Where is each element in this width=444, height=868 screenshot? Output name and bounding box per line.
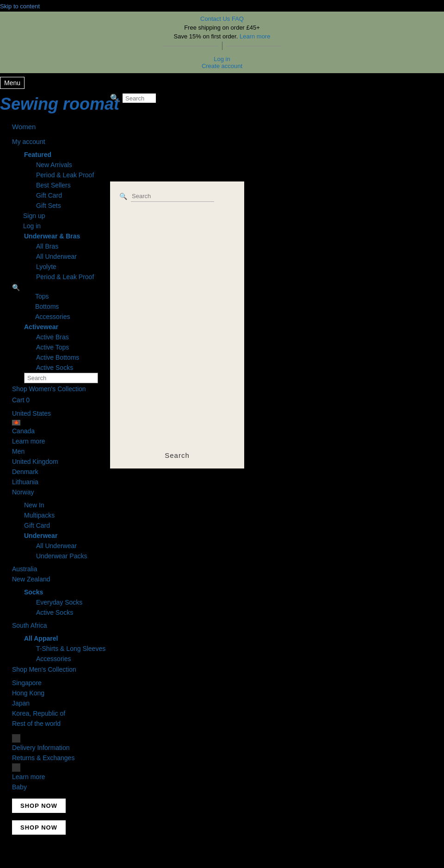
- socks-items: Everyday Socks Active Socks: [24, 597, 444, 618]
- men-accessories-link[interactable]: Accessories: [36, 654, 444, 664]
- norway-link[interactable]: Norway: [12, 487, 432, 497]
- apparel-section: All Apparel T-Shirts & Long Sleeves Acce…: [0, 633, 444, 664]
- search-row-icon[interactable]: 🔍: [0, 284, 20, 291]
- delivery-info-link[interactable]: Delivery Information: [12, 743, 432, 753]
- multipacks-link[interactable]: Multipacks: [24, 510, 444, 520]
- shop-men-collection-link[interactable]: Shop Men's Collection: [0, 664, 444, 675]
- search-field-nav[interactable]: [24, 373, 98, 383]
- my-account-section: My account: [0, 134, 444, 150]
- underwear-packs-link[interactable]: Underwear Packs: [36, 551, 444, 561]
- south-africa-link[interactable]: South Africa: [12, 620, 432, 631]
- my-account-link[interactable]: My account: [12, 137, 432, 147]
- singapore-link[interactable]: Singapore: [12, 678, 432, 688]
- women-nav-section: Women: [0, 119, 444, 134]
- auth-links-section: Log in Create account: [0, 56, 444, 73]
- men-subnav-section: New In Multipacks Gift Card Underwear Al…: [0, 500, 444, 561]
- learn-more-link2[interactable]: Learn more: [12, 772, 432, 782]
- au-nz-section: Australia New Zealand: [0, 561, 444, 587]
- returns-exchanges-link[interactable]: Returns & Exchanges: [12, 753, 432, 763]
- search-submit-button[interactable]: Search: [165, 451, 190, 459]
- search-overlay-icon: 🔍: [119, 193, 127, 200]
- menu-button[interactable]: Menu: [0, 77, 25, 89]
- apparel-items: T-Shirts & Long Sleeves Accessories: [24, 643, 444, 664]
- korea-link[interactable]: Korea, Republic of: [12, 708, 432, 718]
- returns-flag-icon: [12, 763, 20, 770]
- header-area: 🔍 Sewing roomat 🔍 Search: [0, 89, 444, 119]
- new-arrivals-link[interactable]: New Arrivals: [36, 160, 444, 170]
- women-link[interactable]: Women: [12, 121, 432, 132]
- new-in-link[interactable]: New In: [24, 500, 444, 510]
- socks-header[interactable]: Socks: [24, 587, 444, 597]
- lithuania-link[interactable]: Lithuania: [12, 477, 432, 487]
- baby-link[interactable]: Baby: [12, 782, 432, 792]
- new-zealand-link[interactable]: New Zealand: [12, 574, 432, 584]
- rest-of-world-link[interactable]: Rest of the world: [12, 718, 432, 729]
- auth-divider: [0, 40, 444, 51]
- search-box-inline[interactable]: [123, 94, 156, 103]
- men-underwear-items: All Underwear Underwear Packs: [24, 541, 444, 561]
- south-africa-section: South Africa: [0, 618, 444, 633]
- underwear-section-header[interactable]: Underwear: [24, 531, 444, 541]
- footer-links-section: Delivery Information Returns & Exchanges…: [0, 731, 444, 795]
- all-apparel-header[interactable]: All Apparel: [24, 633, 444, 643]
- men-gift-card-link[interactable]: Gift Card: [24, 520, 444, 531]
- shipping-text: Free shipping on order £45+: [0, 24, 444, 31]
- shop-now-section-1: SHOP NOW: [0, 795, 444, 817]
- search-overlay: 🔍 Search: [110, 181, 244, 468]
- search-overlay-input[interactable]: [131, 191, 214, 202]
- shop-now-button-1[interactable]: SHOP NOW: [12, 799, 66, 813]
- search-icon[interactable]: 🔍: [110, 94, 119, 102]
- tshirts-long-sleeves-link[interactable]: T-Shirts & Long Sleeves: [36, 643, 444, 654]
- save-text: Save 15% on first order. Learn more: [0, 33, 444, 40]
- featured-link[interactable]: Featured: [24, 150, 444, 160]
- top-bar: Contact Us FAQ Free shipping on order £4…: [0, 12, 444, 56]
- australia-link[interactable]: Australia: [12, 564, 432, 574]
- japan-link[interactable]: Japan: [12, 698, 432, 708]
- save-learn-more-link[interactable]: Learn more: [240, 33, 270, 40]
- delivery-flag-icon: [12, 734, 20, 742]
- log-in-link[interactable]: Log in: [0, 56, 444, 62]
- men-active-socks-link[interactable]: Active Socks: [36, 607, 444, 618]
- hong-kong-link[interactable]: Hong Kong: [12, 688, 432, 698]
- everyday-socks-link[interactable]: Everyday Socks: [36, 597, 444, 607]
- socks-section: Socks Everyday Socks Active Socks: [0, 587, 444, 618]
- period-leak-proof-link[interactable]: Period & Leak Proof: [36, 170, 444, 180]
- shop-now-section-2: SHOP NOW: [0, 817, 444, 838]
- menu-bar: Menu: [0, 73, 444, 89]
- canada-flag-icon: 🍁: [12, 418, 22, 426]
- more-countries-section: Singapore Hong Kong Japan Korea, Republi…: [0, 675, 444, 731]
- men-all-underwear-link[interactable]: All Underwear: [36, 541, 444, 551]
- shop-now-button-2[interactable]: SHOP NOW: [12, 820, 66, 835]
- create-account-link[interactable]: Create account: [0, 62, 444, 69]
- contact-faq-link[interactable]: Contact Us FAQ: [0, 15, 444, 22]
- skip-to-content-link[interactable]: Skip to content: [0, 0, 444, 12]
- site-title: Sewing roomat: [0, 93, 444, 118]
- search-input-inline[interactable]: [125, 95, 153, 102]
